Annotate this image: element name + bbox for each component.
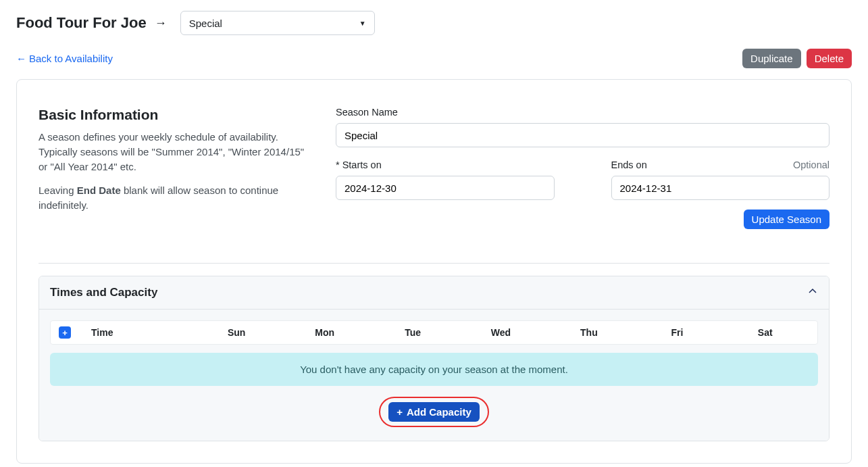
col-fri: Fri (633, 327, 721, 338)
desc2-pre: Leaving (39, 185, 77, 196)
starts-on-label: * Starts on (336, 159, 382, 170)
divider (39, 263, 829, 264)
basic-info-desc1: A season defines your weekly schedule of… (39, 130, 309, 174)
col-time: Time (91, 327, 193, 338)
page-title-text: Food Tour For Joe (16, 14, 147, 32)
starts-on-input[interactable] (336, 176, 555, 200)
add-capacity-label: Add Capacity (407, 406, 471, 418)
col-sat: Sat (721, 327, 809, 338)
update-season-button[interactable]: Update Season (744, 210, 829, 229)
desc2-strong: End Date (77, 185, 121, 196)
ends-on-optional: Optional (793, 159, 829, 170)
times-heading: Times and Capacity (50, 286, 157, 299)
ends-on-input[interactable] (611, 176, 830, 200)
times-panel-header[interactable]: Times and Capacity (39, 276, 829, 310)
add-capacity-highlight: + Add Capacity (379, 397, 489, 427)
ends-on-label: Ends on (611, 159, 647, 170)
col-mon: Mon (280, 327, 368, 338)
delete-button[interactable]: Delete (807, 49, 852, 68)
duplicate-button[interactable]: Duplicate (742, 49, 801, 68)
col-thu: Thu (545, 327, 633, 338)
season-name-input[interactable] (336, 123, 829, 147)
back-link-label: Back to Availability (29, 53, 113, 64)
season-select[interactable]: Special ▼ (180, 11, 375, 35)
empty-capacity-alert: You don't have any capacity on your seas… (50, 353, 818, 386)
season-select-value: Special (189, 18, 222, 29)
basic-info-heading: Basic Information (39, 107, 309, 123)
col-sun: Sun (193, 327, 280, 338)
caret-down-icon: ▼ (359, 20, 366, 27)
col-wed: Wed (457, 327, 544, 338)
arrow-right-icon: → (155, 16, 167, 30)
chevron-up-icon (807, 286, 818, 299)
page-title: Food Tour For Joe → (16, 14, 167, 32)
arrow-left-icon: ← (16, 53, 26, 64)
basic-info-desc2: Leaving End Date blank will allow season… (39, 183, 309, 213)
plus-icon: + (397, 406, 403, 418)
times-panel: Times and Capacity + Time Sun Mon Tue We… (39, 276, 829, 441)
back-to-availability-link[interactable]: ← Back to Availability (16, 53, 113, 64)
season-card: Basic Information A season defines your … (16, 79, 852, 464)
times-table-header: + Time Sun Mon Tue Wed Thu Fri Sat (50, 320, 818, 345)
add-capacity-button[interactable]: + Add Capacity (388, 402, 480, 422)
season-name-label: Season Name (336, 107, 829, 118)
plus-icon[interactable]: + (59, 326, 71, 339)
col-tue: Tue (369, 327, 457, 338)
